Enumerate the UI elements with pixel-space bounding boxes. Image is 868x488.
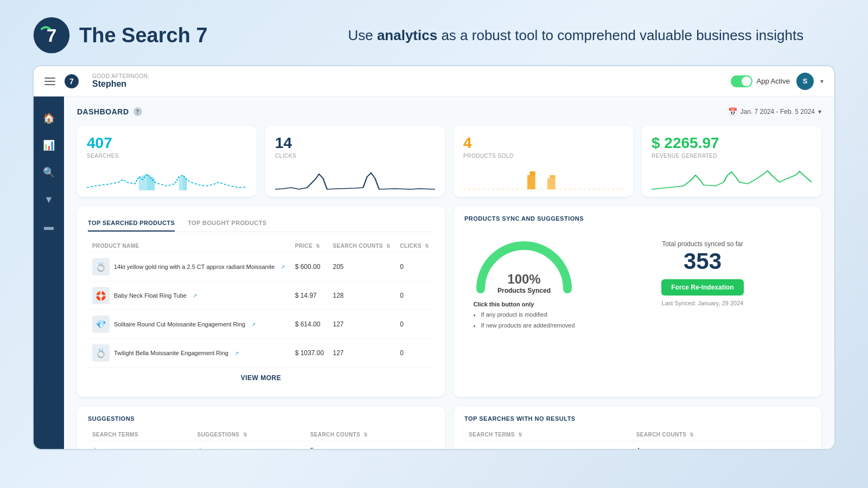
date-filter[interactable]: 📅 Jan. 7 2024 - Feb. 5 2024 ▾ xyxy=(728,107,821,116)
bottom-panels-row: TOP SEARCHED PRODUCTS TOP BOUGHT PRODUCT… xyxy=(77,207,821,397)
greeting-name: Stephen xyxy=(92,79,722,89)
logo-area: 7 The Search 7 xyxy=(33,16,208,54)
svg-rect-6 xyxy=(529,171,535,175)
sync-panel: PRODUCTS SYNC AND SUGGESTIONS xyxy=(454,207,821,397)
product-thumb-2: 💎 xyxy=(92,316,110,333)
suggestions-table: SEARCH TERMS SUGGESTIONS ⇅ SEARCH COUNTS… xyxy=(88,428,434,449)
nores-term-0: ron xyxy=(464,441,632,450)
dashboard-header: DASHBOARD ? 📅 Jan. 7 2024 - Feb. 5 2024 … xyxy=(77,107,821,116)
revenue-value: $ 2265.97 xyxy=(652,134,812,152)
clicks-value: 14 xyxy=(275,134,435,152)
products-tabs: TOP SEARCHED PRODUCTS TOP BOUGHT PRODUCT… xyxy=(88,215,434,232)
sidebar-item-settings[interactable]: ▬ xyxy=(38,216,60,237)
app-window: 7 GOOD AFTERNOON, Stephen App Active S ▾… xyxy=(33,65,835,450)
revenue-label: REVENUE GENERATED xyxy=(652,153,812,159)
no-results-title: TOP SEARCHES WITH NO RESULTS xyxy=(464,415,810,422)
dashboard-info-icon[interactable]: ? xyxy=(133,107,142,116)
sugg-sort-icon[interactable]: ⇅ xyxy=(243,432,247,438)
gauge-text: 100% Products Synced xyxy=(497,272,551,294)
clicks-sort-icon[interactable]: ⇅ xyxy=(425,243,429,249)
no-results-table: SEARCH TERMS ⇅ SEARCH COUNTS ⇅ xyxy=(464,428,810,449)
bullet-2: If new products are added/removed xyxy=(481,320,575,331)
ext-link-3[interactable]: ↗ xyxy=(234,350,239,356)
searches-label: SEARCHES xyxy=(87,153,247,159)
sidebar-item-filter[interactable]: ▼ xyxy=(38,189,60,210)
product-cell-3: 💍 Twilight Bella Moissanite Engagement R… xyxy=(88,339,291,368)
ext-link-2[interactable]: ↗ xyxy=(251,322,256,328)
view-more-button[interactable]: VIEW MORE xyxy=(88,368,434,388)
suggestions-title: SUGGESTIONS xyxy=(88,415,434,422)
products-sold-label: PRODUCTS SOLD xyxy=(463,153,623,159)
table-row: 🛟 Baby Neck Float Ring Tube ↗ $ 14.97 12… xyxy=(88,281,434,310)
tab-top-searched[interactable]: TOP SEARCHED PRODUCTS xyxy=(88,215,175,232)
user-avatar[interactable]: S xyxy=(796,73,814,90)
sync-stats-area: Total products synced so far 353 Force R… xyxy=(595,229,810,306)
svg-rect-7 xyxy=(547,178,556,189)
product-cell-1: 🛟 Baby Neck Float Ring Tube ↗ xyxy=(88,281,291,310)
toggle-switch[interactable] xyxy=(731,75,752,87)
products-table-panel: TOP SEARCHED PRODUCTS TOP BOUGHT PRODUCT… xyxy=(77,207,445,397)
svg-rect-8 xyxy=(550,175,555,178)
col-clicks: CLICKS ⇅ xyxy=(395,240,434,253)
searches-3: 127 xyxy=(329,339,396,368)
products-sold-chart xyxy=(463,163,623,190)
stats-row: 407 SEARCHES 14 CLI xyxy=(77,126,821,197)
gauge-percentage: 100% xyxy=(497,272,551,287)
sugg-count-0: 5 xyxy=(306,441,434,450)
products-table: PRODUCT NAME PRICE ⇅ SEARCH COUNTS ⇅ xyxy=(88,240,434,368)
stat-card-revenue: $ 2265.97 REVENUE GENERATED xyxy=(642,126,821,197)
price-2: $ 614.00 xyxy=(291,310,329,339)
gauge-area: 100% Products Synced Click this button o… xyxy=(464,229,584,331)
searches-value: 407 xyxy=(87,134,247,152)
product-thumb-3: 💍 xyxy=(92,344,110,362)
sync-count-label: Total products synced so far xyxy=(662,240,743,248)
searches-1: 128 xyxy=(329,281,396,310)
price-sort-icon[interactable]: ⇅ xyxy=(316,243,320,249)
clicks-2: 0 xyxy=(395,310,434,339)
stat-card-clicks: 14 CLICKS xyxy=(265,126,445,197)
tab-top-bought[interactable]: TOP BOUGHT PRODUCTS xyxy=(188,215,266,232)
clicks-0: 0 xyxy=(395,253,434,281)
sidebar-item-search[interactable]: 🔍 xyxy=(38,162,60,183)
nav-right: App Active S ▾ xyxy=(731,73,824,90)
searches-2: 127 xyxy=(329,310,396,339)
searches-chart xyxy=(87,163,247,190)
ext-link-1[interactable]: ↗ xyxy=(193,293,197,299)
product-thumb-1: 🛟 xyxy=(92,287,110,304)
clicks-label: CLICKS xyxy=(275,153,435,159)
app-active-label: App Active xyxy=(757,77,790,85)
ext-link-0[interactable]: ↗ xyxy=(280,264,285,270)
sync-notes-content: Click this button only If any product is… xyxy=(473,301,575,331)
sidebar-item-home[interactable]: 🏠 xyxy=(38,107,60,129)
sidebar-item-analytics[interactable]: 📊 xyxy=(38,134,60,156)
force-reindex-button[interactable]: Force Re-Indexation xyxy=(661,279,743,296)
top-nav: 7 GOOD AFTERNOON, Stephen App Active S ▾ xyxy=(34,66,834,97)
nores-count-sort-icon[interactable]: ⇅ xyxy=(690,432,694,438)
product-cell-2: 💎 Solitaire Round Cut Moissanite Engagem… xyxy=(88,310,291,339)
sugg-suggestion-0: ring xyxy=(193,441,306,450)
app-active-toggle[interactable]: App Active xyxy=(731,75,790,87)
sugg-count-sort-icon[interactable]: ⇅ xyxy=(363,432,368,438)
sugg-col-suggestions: SUGGESTIONS ⇅ xyxy=(193,428,306,441)
no-results-panel: TOP SEARCHES WITH NO RESULTS SEARCH TERM… xyxy=(454,407,821,449)
nav-logo-icon: 7 xyxy=(64,74,79,89)
table-row: 💍 14kt yellow gold ring with a 2.5 CT ap… xyxy=(88,253,434,281)
col-search-counts: SEARCH COUNTS ⇅ xyxy=(329,240,396,253)
date-filter-chevron: ▾ xyxy=(818,108,821,115)
top-header: 7 The Search 7 Use analytics as a robust… xyxy=(0,0,868,65)
click-note: Click this button only xyxy=(473,301,575,307)
searches-sort-icon[interactable]: ⇅ xyxy=(386,243,391,249)
svg-rect-5 xyxy=(527,175,535,189)
price-0: $ 600.00 xyxy=(291,253,329,281)
price-1: $ 14.97 xyxy=(291,281,329,310)
menu-button[interactable] xyxy=(44,78,55,85)
nores-term-sort-icon[interactable]: ⇅ xyxy=(518,432,522,438)
sync-panel-title: PRODUCTS SYNC AND SUGGESTIONS xyxy=(464,215,810,222)
gauge-container: 100% Products Synced xyxy=(470,229,578,294)
clicks-3: 0 xyxy=(395,339,434,368)
price-3: $ 1037.00 xyxy=(291,339,329,368)
sync-count: 353 xyxy=(684,250,722,273)
stat-card-searches: 407 SEARCHES xyxy=(77,126,257,197)
sugg-col-count: SEARCH COUNTS ⇅ xyxy=(306,428,434,441)
product-cell-0: 💍 14kt yellow gold ring with a 2.5 CT ap… xyxy=(88,253,291,281)
